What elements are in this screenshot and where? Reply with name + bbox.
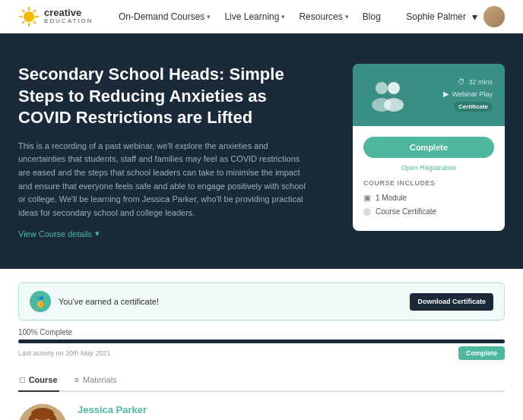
svg-point-0: [24, 11, 34, 22]
nav-links: On-Demand Courses ▾ Live Learning ▾ Reso…: [119, 11, 381, 22]
username-label: Sophie Palmer: [406, 11, 466, 22]
duration-value: 32 mins: [468, 78, 493, 86]
logo-icon: [18, 6, 40, 27]
duration-meta: ⏱ 32 mins: [458, 77, 493, 86]
nav-blog-label: Blog: [363, 11, 381, 22]
people-icon: [365, 77, 410, 115]
svg-line-7: [34, 10, 36, 11]
nav-on-demand-label: On-Demand Courses: [119, 11, 204, 22]
certificate-earned-icon: 🏅: [30, 291, 51, 312]
logo-education-label: EDUCATION: [44, 18, 94, 25]
user-menu[interactable]: Sophie Palmer ▾: [406, 6, 505, 27]
svg-line-8: [23, 21, 24, 23]
webinar-label: Webinar Play: [452, 90, 493, 98]
certificate-badge: Certificate: [454, 102, 493, 112]
view-course-link[interactable]: View Course details ▾: [18, 229, 307, 238]
tab-course[interactable]: □ Course: [18, 369, 59, 392]
include-module-label: 1 Module: [376, 194, 407, 202]
avatar-image: [483, 6, 505, 27]
progress-label: 100% Complete: [18, 328, 505, 336]
chevron-down-icon: ▾: [345, 13, 349, 21]
certificate-banner: 🏅 You've earned a certificate! Download …: [18, 283, 505, 321]
svg-line-5: [23, 10, 24, 11]
certificate-text: You've earned a certificate!: [59, 297, 159, 306]
instructor-section: Jessica Parker Jessica Parker has divers…: [18, 404, 505, 420]
progress-bar: [18, 339, 505, 343]
download-certificate-button[interactable]: Download Certificate: [410, 293, 493, 311]
logo-creative-label: creative: [44, 8, 94, 18]
course-card-meta: ⏱ 32 mins ▶ Webinar Play Certificate: [443, 77, 493, 112]
clock-icon: ⏱: [458, 77, 465, 86]
course-card-top: ⏱ 32 mins ▶ Webinar Play Certificate: [353, 64, 505, 126]
course-card-bottom: Complete Open Registration COURSE INCLUD…: [353, 126, 505, 231]
logo: creative EDUCATION: [18, 6, 94, 27]
main-content: 🏅 You've earned a certificate! Download …: [0, 283, 523, 420]
chevron-down-icon: ▾: [95, 229, 100, 238]
nav-resources[interactable]: Resources ▾: [299, 11, 348, 22]
include-certificate: ◎ Course Certificate: [363, 207, 494, 216]
nav-live-learning-label: Live Learning: [224, 11, 279, 22]
progress-complete-button[interactable]: Complete: [458, 346, 505, 360]
certificate-icon: ◎: [363, 207, 371, 216]
instructor-avatar: [18, 404, 67, 420]
user-chevron-icon: ▾: [472, 11, 477, 23]
course-includes-title: COURSE INCLUDES: [363, 179, 494, 187]
tab-materials-label: Materials: [83, 375, 117, 384]
module-icon: ▣: [363, 193, 371, 203]
nav-resources-label: Resources: [299, 11, 342, 22]
nav-live-learning[interactable]: Live Learning ▾: [224, 11, 285, 22]
view-course-label: View Course details: [18, 229, 92, 238]
complete-button[interactable]: Complete: [363, 137, 494, 158]
svg-line-6: [34, 21, 36, 23]
svg-point-9: [376, 82, 388, 94]
hero-description: This is a recording of a past webinar, w…: [18, 140, 307, 220]
avatar: [483, 6, 505, 27]
logo-text: creative EDUCATION: [44, 8, 94, 25]
hero-title: Secondary School Heads: Simple Steps to …: [18, 64, 307, 129]
include-module: ▣ 1 Module: [363, 193, 494, 203]
svg-point-12: [384, 98, 404, 112]
tabs: □ Course ≡ Materials: [18, 369, 505, 392]
chevron-down-icon: ▾: [281, 13, 285, 21]
tab-materials[interactable]: ≡ Materials: [73, 369, 119, 392]
hero-section: Secondary School Heads: Simple Steps to …: [0, 33, 523, 269]
tab-course-label: Course: [29, 375, 58, 384]
materials-tab-icon: ≡: [74, 375, 79, 384]
chevron-down-icon: ▾: [207, 13, 211, 21]
open-registration-link[interactable]: Open Registration: [363, 164, 494, 172]
play-icon: ▶: [443, 90, 449, 98]
progress-status-row: Last activity on 20th May 2021 Complete: [18, 346, 505, 360]
course-card: ⏱ 32 mins ▶ Webinar Play Certificate Com…: [353, 64, 505, 231]
progress-bar-fill: [18, 339, 505, 343]
nav-blog[interactable]: Blog: [363, 11, 381, 22]
nav-on-demand[interactable]: On-Demand Courses ▾: [119, 11, 211, 22]
instructor-avatar-image: [18, 404, 67, 420]
course-tab-icon: □: [20, 375, 25, 384]
navbar: creative EDUCATION On-Demand Courses ▾ L…: [0, 0, 523, 33]
instructor-info: Jessica Parker Jessica Parker has divers…: [78, 404, 505, 420]
last-activity-label: Last activity on 20th May 2021: [18, 349, 111, 357]
svg-point-10: [388, 82, 400, 94]
webinar-meta: ▶ Webinar Play: [443, 90, 493, 98]
progress-section: 100% Complete Last activity on 20th May …: [18, 328, 505, 360]
hero-content: Secondary School Heads: Simple Steps to …: [18, 64, 307, 238]
instructor-name: Jessica Parker: [78, 404, 505, 415]
include-certificate-label: Course Certificate: [376, 207, 436, 216]
cert-banner-left: 🏅 You've earned a certificate!: [30, 291, 159, 312]
